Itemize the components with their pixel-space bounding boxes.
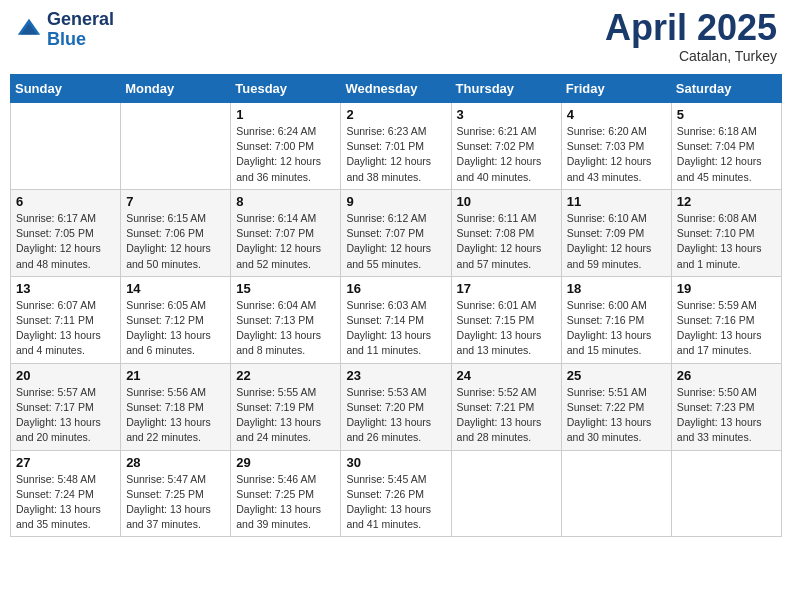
day-number: 23	[346, 368, 445, 383]
day-number: 16	[346, 281, 445, 296]
calendar-cell: 28Sunrise: 5:47 AMSunset: 7:25 PMDayligh…	[121, 450, 231, 537]
calendar-cell: 27Sunrise: 5:48 AMSunset: 7:24 PMDayligh…	[11, 450, 121, 537]
day-number: 19	[677, 281, 776, 296]
calendar-week-5: 27Sunrise: 5:48 AMSunset: 7:24 PMDayligh…	[11, 450, 782, 537]
calendar-cell: 8Sunrise: 6:14 AMSunset: 7:07 PMDaylight…	[231, 189, 341, 276]
day-info: Sunrise: 6:10 AMSunset: 7:09 PMDaylight:…	[567, 211, 666, 272]
day-info: Sunrise: 6:01 AMSunset: 7:15 PMDaylight:…	[457, 298, 556, 359]
title-block: April 2025 Catalan, Turkey	[605, 10, 777, 64]
col-header-sunday: Sunday	[11, 75, 121, 103]
calendar-cell: 25Sunrise: 5:51 AMSunset: 7:22 PMDayligh…	[561, 363, 671, 450]
calendar-header-row: SundayMondayTuesdayWednesdayThursdayFrid…	[11, 75, 782, 103]
calendar-cell: 30Sunrise: 5:45 AMSunset: 7:26 PMDayligh…	[341, 450, 451, 537]
day-number: 26	[677, 368, 776, 383]
day-info: Sunrise: 5:59 AMSunset: 7:16 PMDaylight:…	[677, 298, 776, 359]
calendar-week-4: 20Sunrise: 5:57 AMSunset: 7:17 PMDayligh…	[11, 363, 782, 450]
calendar-cell: 20Sunrise: 5:57 AMSunset: 7:17 PMDayligh…	[11, 363, 121, 450]
day-info: Sunrise: 6:07 AMSunset: 7:11 PMDaylight:…	[16, 298, 115, 359]
day-info: Sunrise: 5:56 AMSunset: 7:18 PMDaylight:…	[126, 385, 225, 446]
calendar-cell: 5Sunrise: 6:18 AMSunset: 7:04 PMDaylight…	[671, 103, 781, 190]
day-info: Sunrise: 5:45 AMSunset: 7:26 PMDaylight:…	[346, 472, 445, 533]
day-number: 10	[457, 194, 556, 209]
calendar-cell: 10Sunrise: 6:11 AMSunset: 7:08 PMDayligh…	[451, 189, 561, 276]
day-info: Sunrise: 6:20 AMSunset: 7:03 PMDaylight:…	[567, 124, 666, 185]
day-info: Sunrise: 6:11 AMSunset: 7:08 PMDaylight:…	[457, 211, 556, 272]
day-info: Sunrise: 6:00 AMSunset: 7:16 PMDaylight:…	[567, 298, 666, 359]
month-title: April 2025	[605, 10, 777, 46]
day-info: Sunrise: 6:12 AMSunset: 7:07 PMDaylight:…	[346, 211, 445, 272]
day-number: 11	[567, 194, 666, 209]
col-header-wednesday: Wednesday	[341, 75, 451, 103]
col-header-thursday: Thursday	[451, 75, 561, 103]
day-info: Sunrise: 5:51 AMSunset: 7:22 PMDaylight:…	[567, 385, 666, 446]
day-info: Sunrise: 5:57 AMSunset: 7:17 PMDaylight:…	[16, 385, 115, 446]
calendar-cell: 29Sunrise: 5:46 AMSunset: 7:25 PMDayligh…	[231, 450, 341, 537]
day-number: 28	[126, 455, 225, 470]
logo-icon	[15, 16, 43, 44]
day-number: 17	[457, 281, 556, 296]
calendar-cell: 11Sunrise: 6:10 AMSunset: 7:09 PMDayligh…	[561, 189, 671, 276]
calendar-cell: 21Sunrise: 5:56 AMSunset: 7:18 PMDayligh…	[121, 363, 231, 450]
day-number: 2	[346, 107, 445, 122]
calendar-cell: 14Sunrise: 6:05 AMSunset: 7:12 PMDayligh…	[121, 276, 231, 363]
calendar-cell: 17Sunrise: 6:01 AMSunset: 7:15 PMDayligh…	[451, 276, 561, 363]
day-info: Sunrise: 6:04 AMSunset: 7:13 PMDaylight:…	[236, 298, 335, 359]
day-number: 21	[126, 368, 225, 383]
calendar-cell: 12Sunrise: 6:08 AMSunset: 7:10 PMDayligh…	[671, 189, 781, 276]
calendar-cell: 26Sunrise: 5:50 AMSunset: 7:23 PMDayligh…	[671, 363, 781, 450]
logo: General Blue	[15, 10, 114, 50]
calendar-cell: 16Sunrise: 6:03 AMSunset: 7:14 PMDayligh…	[341, 276, 451, 363]
day-info: Sunrise: 6:17 AMSunset: 7:05 PMDaylight:…	[16, 211, 115, 272]
calendar-cell: 23Sunrise: 5:53 AMSunset: 7:20 PMDayligh…	[341, 363, 451, 450]
calendar-cell: 15Sunrise: 6:04 AMSunset: 7:13 PMDayligh…	[231, 276, 341, 363]
day-info: Sunrise: 5:50 AMSunset: 7:23 PMDaylight:…	[677, 385, 776, 446]
day-info: Sunrise: 5:47 AMSunset: 7:25 PMDaylight:…	[126, 472, 225, 533]
day-info: Sunrise: 6:08 AMSunset: 7:10 PMDaylight:…	[677, 211, 776, 272]
day-info: Sunrise: 5:46 AMSunset: 7:25 PMDaylight:…	[236, 472, 335, 533]
calendar-cell: 13Sunrise: 6:07 AMSunset: 7:11 PMDayligh…	[11, 276, 121, 363]
day-info: Sunrise: 6:14 AMSunset: 7:07 PMDaylight:…	[236, 211, 335, 272]
calendar-cell: 3Sunrise: 6:21 AMSunset: 7:02 PMDaylight…	[451, 103, 561, 190]
day-number: 8	[236, 194, 335, 209]
day-number: 27	[16, 455, 115, 470]
day-info: Sunrise: 6:03 AMSunset: 7:14 PMDaylight:…	[346, 298, 445, 359]
calendar-cell: 7Sunrise: 6:15 AMSunset: 7:06 PMDaylight…	[121, 189, 231, 276]
day-info: Sunrise: 5:53 AMSunset: 7:20 PMDaylight:…	[346, 385, 445, 446]
calendar-cell: 18Sunrise: 6:00 AMSunset: 7:16 PMDayligh…	[561, 276, 671, 363]
calendar-cell: 9Sunrise: 6:12 AMSunset: 7:07 PMDaylight…	[341, 189, 451, 276]
day-info: Sunrise: 6:15 AMSunset: 7:06 PMDaylight:…	[126, 211, 225, 272]
day-number: 20	[16, 368, 115, 383]
col-header-friday: Friday	[561, 75, 671, 103]
day-number: 5	[677, 107, 776, 122]
day-number: 9	[346, 194, 445, 209]
day-number: 6	[16, 194, 115, 209]
calendar-week-3: 13Sunrise: 6:07 AMSunset: 7:11 PMDayligh…	[11, 276, 782, 363]
calendar-cell: 4Sunrise: 6:20 AMSunset: 7:03 PMDaylight…	[561, 103, 671, 190]
day-number: 13	[16, 281, 115, 296]
calendar-cell: 2Sunrise: 6:23 AMSunset: 7:01 PMDaylight…	[341, 103, 451, 190]
calendar-cell	[671, 450, 781, 537]
calendar-cell	[11, 103, 121, 190]
day-info: Sunrise: 6:24 AMSunset: 7:00 PMDaylight:…	[236, 124, 335, 185]
day-number: 1	[236, 107, 335, 122]
col-header-monday: Monday	[121, 75, 231, 103]
calendar-table: SundayMondayTuesdayWednesdayThursdayFrid…	[10, 74, 782, 537]
calendar-cell	[451, 450, 561, 537]
location-subtitle: Catalan, Turkey	[605, 48, 777, 64]
day-number: 12	[677, 194, 776, 209]
calendar-cell: 24Sunrise: 5:52 AMSunset: 7:21 PMDayligh…	[451, 363, 561, 450]
day-number: 15	[236, 281, 335, 296]
day-info: Sunrise: 6:23 AMSunset: 7:01 PMDaylight:…	[346, 124, 445, 185]
day-info: Sunrise: 5:48 AMSunset: 7:24 PMDaylight:…	[16, 472, 115, 533]
day-info: Sunrise: 6:18 AMSunset: 7:04 PMDaylight:…	[677, 124, 776, 185]
calendar-cell: 19Sunrise: 5:59 AMSunset: 7:16 PMDayligh…	[671, 276, 781, 363]
day-number: 14	[126, 281, 225, 296]
day-number: 22	[236, 368, 335, 383]
day-number: 25	[567, 368, 666, 383]
calendar-week-1: 1Sunrise: 6:24 AMSunset: 7:00 PMDaylight…	[11, 103, 782, 190]
day-info: Sunrise: 6:05 AMSunset: 7:12 PMDaylight:…	[126, 298, 225, 359]
calendar-cell: 22Sunrise: 5:55 AMSunset: 7:19 PMDayligh…	[231, 363, 341, 450]
day-number: 7	[126, 194, 225, 209]
day-info: Sunrise: 5:52 AMSunset: 7:21 PMDaylight:…	[457, 385, 556, 446]
day-number: 29	[236, 455, 335, 470]
